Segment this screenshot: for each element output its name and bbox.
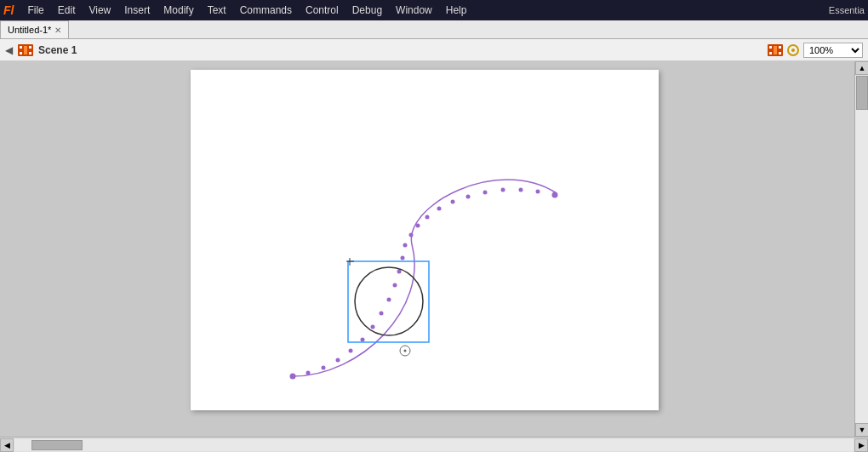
scene-film-icon <box>18 44 33 56</box>
svg-point-20 <box>371 325 375 329</box>
zoom-select[interactable]: 100% 25% 50% 75% 150% 200% 400% <box>803 43 863 58</box>
scroll-track-bottom[interactable] <box>14 439 854 451</box>
svg-rect-1 <box>20 46 22 49</box>
svg-point-21 <box>380 312 384 316</box>
svg-rect-9 <box>779 46 781 49</box>
svg-point-26 <box>403 243 408 248</box>
scroll-track-right[interactable] <box>855 75 868 423</box>
workspace-label: Essentia <box>829 5 865 15</box>
svg-point-19 <box>361 338 365 342</box>
scene-right: 100% 25% 50% 75% 150% 200% 400% <box>768 43 863 58</box>
svg-rect-2 <box>24 46 27 54</box>
scene-left: ◀ Scene 1 <box>5 44 77 56</box>
main-area: ▲ ▼ <box>0 61 868 437</box>
tab-bar: Untitled-1* ✕ <box>0 20 868 39</box>
scroll-thumb-right[interactable] <box>856 76 868 110</box>
svg-point-37 <box>552 192 558 198</box>
tab-close-button[interactable]: ✕ <box>54 26 61 35</box>
scrollbar-right: ▲ ▼ <box>854 61 868 437</box>
scroll-thumb-bottom[interactable] <box>31 440 83 450</box>
svg-point-18 <box>349 349 353 353</box>
menu-view[interactable]: View <box>82 3 117 18</box>
svg-rect-5 <box>29 52 31 54</box>
svg-point-33 <box>483 191 488 195</box>
stage[interactable] <box>191 70 659 410</box>
menu-insert[interactable]: Insert <box>117 3 157 18</box>
svg-point-25 <box>401 256 405 260</box>
svg-point-29 <box>425 215 430 220</box>
menu-commands[interactable]: Commands <box>233 3 299 18</box>
canvas-area[interactable] <box>0 61 854 437</box>
svg-point-30 <box>437 207 442 211</box>
svg-point-36 <box>536 190 540 194</box>
menu-edit[interactable]: Edit <box>51 3 83 18</box>
svg-point-41 <box>404 350 407 352</box>
scroll-right-button[interactable]: ▶ <box>854 438 868 452</box>
svg-point-27 <box>409 233 414 237</box>
tab-label: Untitled-1* <box>8 25 51 35</box>
svg-point-14 <box>290 374 296 380</box>
menu-text[interactable]: Text <box>201 3 233 18</box>
scene-icon-2 <box>768 44 783 56</box>
scroll-down-button[interactable]: ▼ <box>855 423 868 437</box>
svg-point-13 <box>791 49 795 52</box>
menu-window[interactable]: Window <box>389 3 439 18</box>
svg-point-35 <box>519 188 523 192</box>
menu-control[interactable]: Control <box>299 3 345 18</box>
svg-rect-11 <box>779 52 781 54</box>
svg-point-24 <box>397 270 402 274</box>
menu-help[interactable]: Help <box>439 3 474 18</box>
svg-point-23 <box>393 283 397 288</box>
svg-rect-8 <box>774 46 777 54</box>
svg-point-32 <box>466 195 471 199</box>
menu-debug[interactable]: Debug <box>345 3 389 18</box>
svg-point-16 <box>322 366 326 370</box>
scene-nav: ◀ <box>5 44 13 56</box>
scroll-up-button[interactable]: ▲ <box>855 61 868 75</box>
menu-file[interactable]: File <box>20 3 50 18</box>
svg-point-17 <box>336 358 340 363</box>
app-logo: Fl <box>3 3 14 17</box>
tab-untitled[interactable]: Untitled-1* ✕ <box>0 20 69 38</box>
svg-rect-10 <box>769 52 772 54</box>
target-icon <box>786 44 800 56</box>
svg-point-31 <box>451 200 455 204</box>
svg-point-28 <box>416 224 420 228</box>
scene-bar: ◀ Scene 1 100% 25% <box>0 39 868 61</box>
stage-svg <box>191 70 659 410</box>
scene-name-label: Scene 1 <box>38 44 77 56</box>
menu-bar: Fl File Edit View Insert Modify Text Com… <box>0 0 868 20</box>
svg-rect-3 <box>29 46 31 49</box>
svg-point-15 <box>306 371 311 375</box>
svg-point-22 <box>387 298 391 302</box>
svg-rect-7 <box>769 46 772 49</box>
back-button[interactable]: ◀ <box>5 44 13 56</box>
scroll-left-button[interactable]: ◀ <box>0 438 14 452</box>
svg-point-34 <box>501 188 505 192</box>
menu-modify[interactable]: Modify <box>157 3 200 18</box>
svg-rect-4 <box>20 52 22 54</box>
scrollbar-bottom: ◀ ▶ <box>0 437 868 452</box>
